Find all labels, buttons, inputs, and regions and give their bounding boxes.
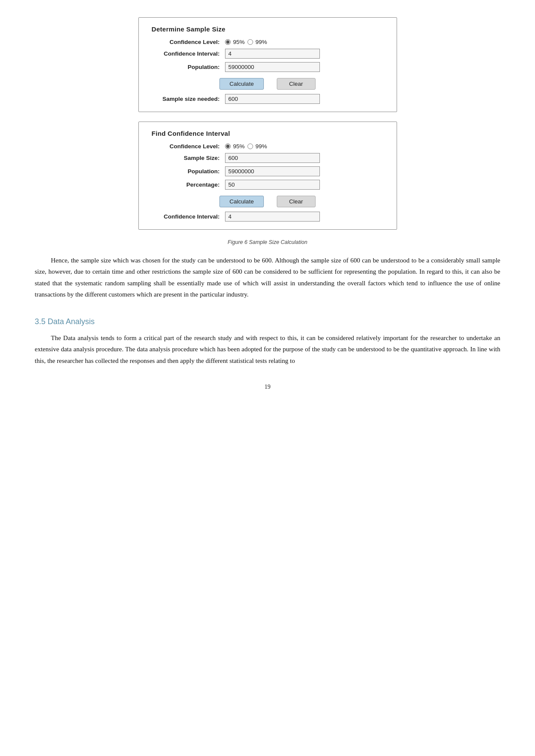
- panel1-clear-button[interactable]: Clear: [277, 78, 316, 90]
- panel2-radio-95[interactable]: [225, 144, 231, 149]
- panel1-calculate-button[interactable]: Calculate: [219, 78, 263, 90]
- panel2-confidence-level-label: Confidence Level:: [152, 143, 225, 150]
- panel1-button-row: Calculate Clear: [152, 78, 384, 90]
- page-number: 19: [35, 384, 501, 390]
- panel1-population-label: Population:: [152, 64, 225, 70]
- find-confidence-interval-panel: Find Confidence Interval Confidence Leve…: [138, 122, 397, 230]
- panel2-radio-99-label: 99%: [256, 143, 267, 150]
- panel1-radio-95-label: 95%: [233, 39, 245, 45]
- panel1-result-input[interactable]: [225, 94, 320, 104]
- panel1-radio-99-label: 99%: [256, 39, 267, 45]
- panel2-population-row: Population:: [152, 166, 384, 176]
- panel2-radio-99[interactable]: [247, 144, 253, 149]
- panel2-sample-size-label: Sample Size:: [152, 155, 225, 161]
- panel1-result-row: Sample size needed:: [152, 94, 384, 104]
- panel2-percentage-label: Percentage:: [152, 181, 225, 188]
- figure-caption: Figure 6 Sample Size Calculation: [35, 239, 501, 245]
- panel2-sample-size-input[interactable]: [225, 153, 320, 163]
- panel1-population-input[interactable]: [225, 62, 320, 72]
- panel1-result-label: Sample size needed:: [152, 96, 225, 102]
- panel1-radio-95[interactable]: [225, 39, 231, 45]
- panel2-percentage-input[interactable]: [225, 180, 320, 190]
- panel2-radio-95-label: 95%: [233, 143, 245, 150]
- page-content: Determine Sample Size Confidence Level: …: [35, 17, 501, 390]
- panel2-confidence-level-radio[interactable]: 95% 99%: [225, 143, 267, 150]
- panel1-confidence-level-label: Confidence Level:: [152, 39, 225, 45]
- panel2-population-input[interactable]: [225, 166, 320, 176]
- panel1-population-row: Population:: [152, 62, 384, 72]
- panel2-clear-button[interactable]: Clear: [277, 196, 316, 207]
- panel2-sample-size-row: Sample Size:: [152, 153, 384, 163]
- determine-sample-size-panel: Determine Sample Size Confidence Level: …: [138, 17, 397, 112]
- body-paragraph-1: Hence, the sample size which was chosen …: [35, 255, 501, 300]
- section-paragraph: The Data analysis tends to form a critic…: [35, 332, 501, 366]
- panel1-radio-99[interactable]: [247, 39, 253, 45]
- panel2-percentage-row: Percentage:: [152, 180, 384, 190]
- panel2-button-row: Calculate Clear: [152, 196, 384, 207]
- panel1-title: Determine Sample Size: [152, 25, 384, 33]
- panel2-result-row: Confidence Interval:: [152, 212, 384, 222]
- section-heading: 3.5 Data Analysis: [35, 317, 501, 326]
- panel2-population-label: Population:: [152, 168, 225, 175]
- panel1-confidence-interval-row: Confidence Interval:: [152, 49, 384, 59]
- panel2-result-label: Confidence Interval:: [152, 213, 225, 220]
- panel1-confidence-level-radio[interactable]: 95% 99%: [225, 39, 267, 45]
- panel2-confidence-level-row: Confidence Level: 95% 99%: [152, 143, 384, 150]
- panel2-result-input[interactable]: [225, 212, 320, 222]
- panel2-calculate-button[interactable]: Calculate: [219, 196, 263, 207]
- panel1-confidence-level-row: Confidence Level: 95% 99%: [152, 39, 384, 45]
- panel2-title: Find Confidence Interval: [152, 130, 384, 137]
- panel1-ci-label: Confidence Interval:: [152, 50, 225, 57]
- panel1-ci-input[interactable]: [225, 49, 320, 59]
